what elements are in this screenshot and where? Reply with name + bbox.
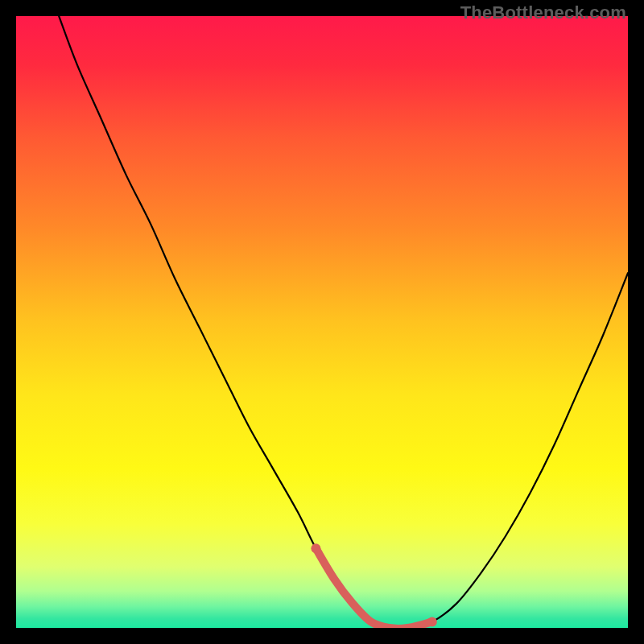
- highlight-segment: [16, 16, 628, 628]
- watermark-text: TheBottleneck.com: [460, 2, 626, 23]
- chart-frame: TheBottleneck.com: [0, 0, 644, 644]
- svg-point-2: [427, 617, 437, 626]
- plot-area: [16, 16, 628, 628]
- svg-point-1: [311, 543, 320, 553]
